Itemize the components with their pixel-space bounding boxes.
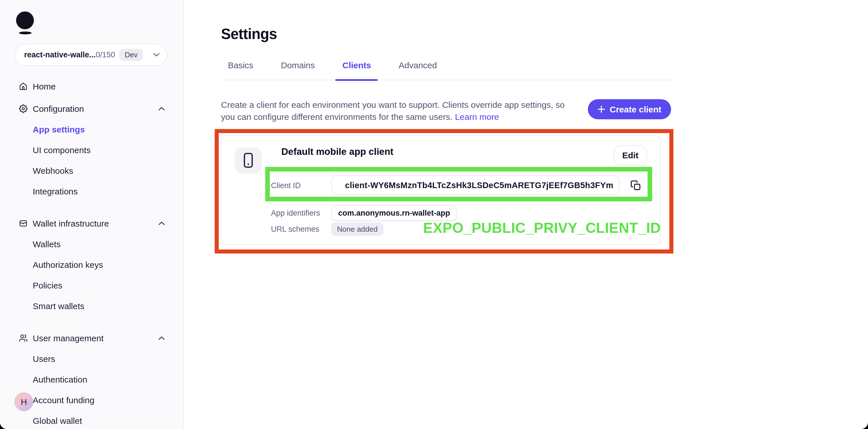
sidebar-item-label: Policies (33, 280, 62, 290)
chevron-up-icon (158, 336, 165, 340)
sidebar-item-label: Wallet infrastructure (33, 218, 109, 228)
app-identifiers-label: App identifiers (271, 209, 320, 218)
tab-label: Advanced (399, 60, 437, 70)
description-line-1: Create a client for each environment you… (221, 100, 565, 109)
sidebar-item-users[interactable]: Users (0, 348, 184, 369)
user-avatar[interactable]: H (14, 392, 33, 411)
client-id-input[interactable]: client-WY6MsMznTb4LTcZsHk3LSDeC5mARETG7j… (331, 175, 619, 195)
sidebar-item-authentication[interactable]: Authentication (0, 369, 184, 389)
url-schemes-badge: None added (331, 223, 383, 236)
sidebar-item-wallets[interactable]: Wallets (0, 233, 184, 254)
tab-label: Clients (342, 60, 371, 70)
copy-icon (630, 180, 641, 192)
sidebar-section-user-management[interactable]: User management (0, 328, 184, 348)
sidebar-item-label: Integrations (33, 186, 78, 196)
sidebar-item-label: Configuration (33, 103, 84, 113)
workspace-name: react-native-walle... (24, 51, 96, 59)
tab-clients[interactable]: Clients (336, 60, 378, 80)
sidebar-item-webhooks[interactable]: Webhooks (0, 160, 184, 181)
sidebar-item-label: User management (33, 333, 104, 343)
sidebar-item-label: Users (33, 354, 55, 363)
environment-badge: Dev (120, 49, 143, 61)
chevron-up-icon (158, 106, 165, 110)
sidebar-item-policies[interactable]: Policies (0, 275, 184, 295)
avatar-initial: H (21, 397, 27, 407)
privy-dashboard-window: react-native-walle... 0/150 Dev Home (0, 0, 868, 429)
app-identifier-value: com.anonymous.rn-wallet-app (338, 209, 450, 218)
learn-more-link[interactable]: Learn more (455, 112, 499, 122)
chevron-down-icon (153, 53, 160, 57)
browser-viewport: react-native-walle... 0/150 Dev Home (0, 0, 868, 429)
sidebar-section-wallet-infrastructure[interactable]: Wallet infrastructure (0, 213, 184, 233)
sidebar-item-label: Home (33, 81, 56, 91)
sidebar-item-label: Authorization keys (33, 260, 103, 269)
sidebar-item-label: Authentication (33, 374, 87, 384)
page-title: Settings (221, 26, 277, 42)
sidebar-item-home[interactable]: Home (0, 76, 184, 96)
sidebar-item-label: Global wallet (33, 416, 82, 425)
sidebar-item-global-wallet[interactable]: Global wallet (0, 410, 184, 429)
client-id-value: client-WY6MsMznTb4LTcZsHk3LSDeC5mARETG7j… (345, 180, 613, 190)
workspace-usage: 0/150 (96, 51, 115, 59)
sidebar-item-label: Smart wallets (33, 301, 84, 310)
sidebar-item-ui-components[interactable]: UI components (0, 139, 184, 160)
tab-label: Domains (281, 60, 315, 70)
url-schemes-label: URL schemes (271, 225, 319, 233)
copy-button[interactable] (630, 180, 642, 192)
sidebar-item-smart-wallets[interactable]: Smart wallets (0, 295, 184, 316)
gear-icon (19, 104, 28, 113)
sidebar-item-label: UI components (33, 145, 91, 155)
workspace-selector[interactable]: react-native-walle... 0/150 Dev (14, 43, 167, 66)
users-icon (19, 333, 28, 342)
description-line-2: you can configure different environments… (221, 112, 453, 122)
mobile-phone-icon (243, 152, 254, 169)
privy-logo (16, 11, 34, 29)
create-client-button[interactable]: Create client (588, 99, 671, 119)
edit-button[interactable]: Edit (614, 145, 647, 165)
create-client-label: Create client (610, 104, 661, 114)
clients-description: Create a client for each environment you… (221, 99, 588, 123)
annotation-env-var-label: EXPO_PUBLIC_PRIVY_CLIENT_ID (423, 220, 661, 236)
tab-basics[interactable]: Basics (221, 60, 260, 80)
client-card-title: Default mobile app client (281, 146, 394, 157)
chevron-up-icon (158, 221, 165, 225)
plus-icon (598, 105, 605, 113)
sidebar-item-label: Webhooks (33, 165, 73, 175)
sidebar: react-native-walle... 0/150 Dev Home (0, 0, 184, 429)
tab-label: Basics (228, 60, 253, 70)
privy-logo-shadow (19, 32, 32, 34)
sidebar-nav: Home Configuration App settings UI compo… (0, 76, 184, 429)
settings-tabs: Basics Domains Clients Advanced (221, 60, 671, 80)
sidebar-item-label: App settings (33, 124, 85, 134)
sidebar-item-integrations[interactable]: Integrations (0, 181, 184, 201)
tab-active-underline (336, 79, 378, 81)
sidebar-item-app-settings[interactable]: App settings (0, 119, 184, 139)
url-schemes-value: None added (337, 225, 378, 233)
home-icon (19, 82, 28, 90)
sidebar-item-label: Wallets (33, 239, 61, 249)
wallet-infrastructure-icon (19, 219, 28, 227)
mobile-client-tile (235, 147, 262, 173)
app-identifier-badge: com.anonymous.rn-wallet-app (331, 205, 457, 221)
sidebar-section-configuration[interactable]: Configuration (0, 98, 184, 119)
sidebar-item-label: Account funding (33, 395, 94, 405)
tab-domains[interactable]: Domains (274, 60, 321, 80)
client-id-label: Client ID (271, 181, 301, 190)
sidebar-item-authorization-keys[interactable]: Authorization keys (0, 254, 184, 275)
tab-advanced[interactable]: Advanced (392, 60, 444, 80)
